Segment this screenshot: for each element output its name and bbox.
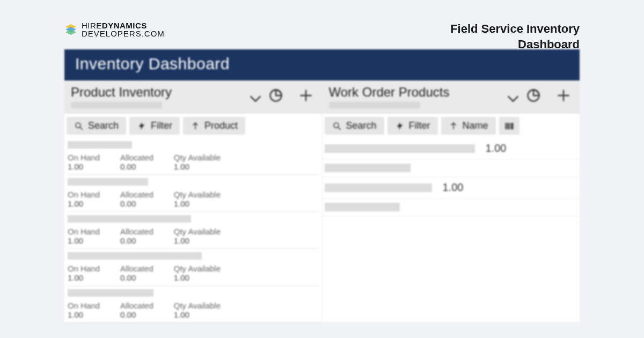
panel-subtitle-placeholder xyxy=(329,102,420,108)
card-root: HIREDYNAMICS DEVELOPERS.COM Field Servic… xyxy=(0,0,644,338)
row-qty: 1.00 xyxy=(486,142,529,155)
inventory-row[interactable]: On Hand1.00 Allocated0.00 Qty Available1… xyxy=(68,175,319,212)
search-icon xyxy=(74,121,84,131)
page-title: Field Service Inventory Dashboard xyxy=(408,21,580,52)
arrow-up-icon xyxy=(191,121,200,131)
row-name-placeholder xyxy=(68,252,202,260)
inventory-row[interactable]: On Hand1.00 Allocated0.00 Qty Available1… xyxy=(68,212,319,249)
add-icon[interactable] xyxy=(556,88,571,103)
svg-line-5 xyxy=(80,127,83,130)
svg-point-7 xyxy=(334,123,339,128)
bolt-icon xyxy=(137,121,147,131)
barcode-button[interactable] xyxy=(499,117,519,135)
work-order-row[interactable]: 1.00 xyxy=(323,177,580,199)
inventory-row[interactable]: On Hand1.00 Allocated0.00 Qty Available1… xyxy=(68,286,319,323)
row-name-placeholder xyxy=(325,144,475,153)
inventory-row[interactable]: On Hand1.00 Allocated0.00 Qty Available1… xyxy=(68,249,319,286)
panel-subtitle-placeholder xyxy=(71,102,162,108)
row-name-placeholder xyxy=(68,215,191,223)
filter-button[interactable]: Filter xyxy=(129,117,180,135)
svg-line-8 xyxy=(338,127,341,130)
app-shell: Inventory Dashboard Product Inventory xyxy=(64,49,580,322)
search-icon xyxy=(332,121,342,131)
filter-button[interactable]: Filter xyxy=(387,117,438,135)
toolbar: Search Filter Name xyxy=(323,114,580,138)
add-icon[interactable] xyxy=(298,88,313,103)
search-button[interactable]: Search xyxy=(67,117,126,135)
sort-button[interactable]: Name xyxy=(441,117,496,135)
app-titlebar: Inventory Dashboard xyxy=(64,49,580,80)
sort-button[interactable]: Product xyxy=(183,117,245,135)
panels: Product Inventory xyxy=(64,80,580,323)
row-name-placeholder xyxy=(68,178,148,186)
arrow-up-icon xyxy=(449,121,458,131)
brand-text: HIREDYNAMICS DEVELOPERS.COM xyxy=(82,21,165,38)
panel-product-inventory: Product Inventory xyxy=(64,80,323,323)
brand-mark-icon xyxy=(64,23,77,36)
barcode-icon xyxy=(504,121,514,131)
inventory-row[interactable]: On Hand1.00 Allocated0.00 Qty Available1… xyxy=(68,138,319,175)
toolbar: Search Filter Product xyxy=(64,114,322,138)
work-order-row[interactable] xyxy=(323,199,580,216)
brand-logo: HIREDYNAMICS DEVELOPERS.COM xyxy=(64,21,165,38)
panel-title: Work Order Products xyxy=(329,85,450,100)
bolt-icon xyxy=(395,121,405,131)
svg-point-4 xyxy=(76,123,80,128)
work-order-row[interactable] xyxy=(323,159,580,177)
work-order-list: 1.00 1.00 xyxy=(323,138,580,216)
chevron-down-icon[interactable] xyxy=(506,91,521,106)
panel-work-order-products: Work Order Products xyxy=(323,80,580,323)
inventory-list: On Hand1.00 Allocated0.00 Qty Available1… xyxy=(64,138,322,323)
work-order-row[interactable]: 1.00 xyxy=(323,138,580,159)
chevron-down-icon[interactable] xyxy=(248,91,263,106)
panel-header: Work Order Products xyxy=(323,80,580,114)
row-name-placeholder xyxy=(68,289,153,297)
search-button[interactable]: Search xyxy=(325,117,384,135)
row-name-placeholder xyxy=(325,164,411,172)
row-name-placeholder xyxy=(325,183,432,192)
panel-title: Product Inventory xyxy=(71,85,172,100)
row-name-placeholder xyxy=(325,203,400,211)
chart-icon[interactable] xyxy=(526,88,541,103)
panel-header: Product Inventory xyxy=(64,80,322,114)
row-qty: 1.00 xyxy=(443,181,486,194)
chart-icon[interactable] xyxy=(268,88,283,103)
row-name-placeholder xyxy=(68,141,132,149)
top-bar: HIREDYNAMICS DEVELOPERS.COM Field Servic… xyxy=(64,21,580,43)
